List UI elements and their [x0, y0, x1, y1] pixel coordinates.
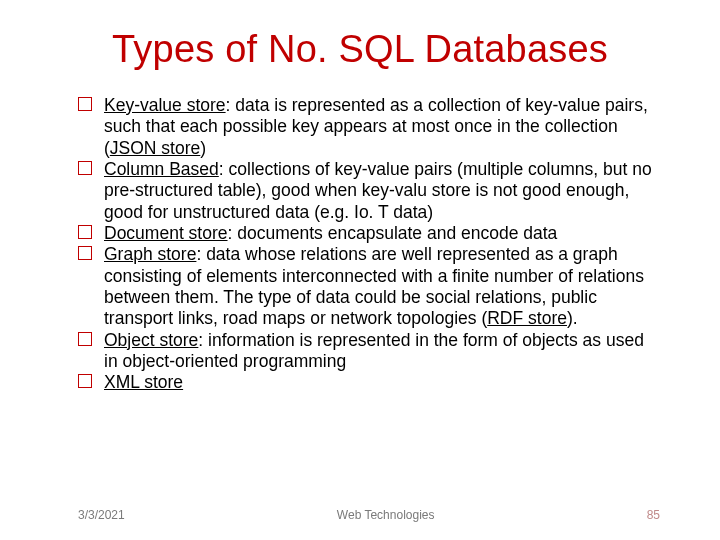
- footer-page-number: 85: [647, 508, 660, 522]
- list-item: Graph store: data whose relations are we…: [78, 244, 660, 329]
- item-tail: ).: [567, 308, 578, 328]
- item-lead: XML store: [104, 372, 183, 392]
- square-bullet-icon: [78, 246, 92, 260]
- list-item: Key-value store: data is represented as …: [78, 95, 660, 159]
- square-bullet-icon: [78, 374, 92, 388]
- item-lead: Graph store: [104, 244, 196, 264]
- footer-date: 3/3/2021: [78, 508, 125, 522]
- slide-footer: 3/3/2021 Web Technologies 85: [0, 508, 720, 522]
- slide-title: Types of No. SQL Databases: [60, 28, 660, 71]
- square-bullet-icon: [78, 332, 92, 346]
- item-lead: Key-value store: [104, 95, 226, 115]
- bullet-list: Key-value store: data is represented as …: [60, 95, 660, 394]
- list-item: Object store: information is represented…: [78, 330, 660, 373]
- item-lead: Column Based: [104, 159, 219, 179]
- list-item: XML store: [78, 372, 660, 393]
- item-paren: JSON store: [110, 138, 200, 158]
- item-rest: : documents encapsulate and encode data: [228, 223, 558, 243]
- list-item: Column Based: collections of key-value p…: [78, 159, 660, 223]
- item-tail: ): [200, 138, 206, 158]
- footer-center: Web Technologies: [125, 508, 647, 522]
- list-item: Document store: documents encapsulate an…: [78, 223, 660, 244]
- item-lead: Document store: [104, 223, 228, 243]
- square-bullet-icon: [78, 161, 92, 175]
- square-bullet-icon: [78, 97, 92, 111]
- square-bullet-icon: [78, 225, 92, 239]
- slide: Types of No. SQL Databases Key-value sto…: [0, 0, 720, 540]
- item-paren: RDF store: [487, 308, 567, 328]
- item-lead: Object store: [104, 330, 198, 350]
